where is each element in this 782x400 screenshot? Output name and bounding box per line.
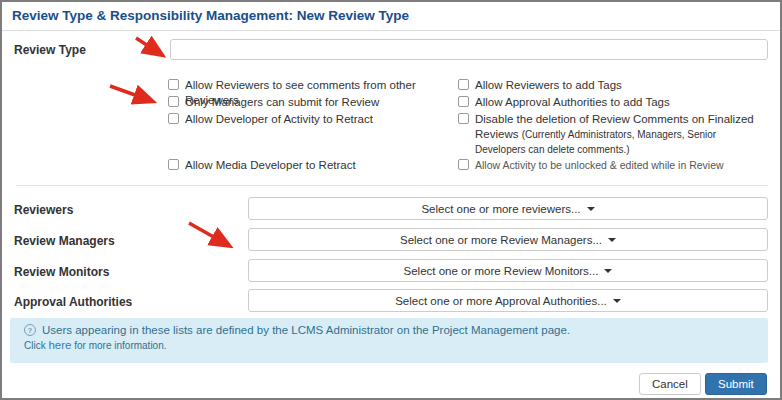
- checkbox-label: Allow Approval Authorities to add Tags: [475, 95, 670, 110]
- new-review-type-dialog: Review Type & Responsibility Management:…: [0, 0, 782, 400]
- checkbox-label: Allow Developer of Activity to Retract: [185, 112, 373, 127]
- page-title: Review Type & Responsibility Management:…: [12, 8, 409, 23]
- arrow-review-managers-select: [189, 223, 226, 244]
- here-link[interactable]: here: [48, 339, 71, 351]
- checkbox-row[interactable]: Allow Activity to be unlocked & edited w…: [458, 158, 766, 173]
- reviewers-select-placeholder: Select one or more reviewers...: [421, 203, 580, 215]
- review-managers-select-placeholder: Select one or more Review Managers...: [400, 234, 602, 246]
- header-divider: [2, 30, 780, 31]
- info-text: Users appearing in these lists are defin…: [42, 324, 570, 336]
- approval-authorities-select[interactable]: Select one or more Approval Authorities.…: [248, 289, 768, 312]
- checkbox[interactable]: [168, 79, 179, 90]
- review-type-input[interactable]: [170, 39, 768, 60]
- chevron-down-icon: [604, 269, 612, 273]
- checkbox-row[interactable]: Only Managers can submit for Review: [168, 95, 458, 110]
- chevron-down-icon: [613, 299, 621, 303]
- approval-authorities-select-placeholder: Select one or more Approval Authorities.…: [395, 295, 607, 307]
- chevron-down-icon: [587, 207, 595, 211]
- checkbox[interactable]: [168, 113, 179, 124]
- checkbox-row[interactable]: Disable the deletion of Review Comments …: [458, 112, 766, 157]
- checkbox[interactable]: [168, 96, 179, 107]
- reviewers-label: Reviewers: [14, 203, 73, 217]
- checkbox[interactable]: [458, 79, 469, 90]
- checkbox-label: Only Managers can submit for Review: [185, 95, 379, 110]
- checkbox-row[interactable]: Allow Approval Authorities to add Tags: [458, 95, 766, 110]
- checkbox[interactable]: [458, 159, 469, 170]
- reviewers-select[interactable]: Select one or more reviewers...: [248, 197, 768, 220]
- chevron-down-icon: [608, 238, 616, 242]
- help-icon: ?: [24, 324, 36, 336]
- checkbox-row[interactable]: Allow Developer of Activity to Retract: [168, 112, 458, 127]
- review-type-label: Review Type: [14, 43, 86, 57]
- checkbox-row[interactable]: Allow Reviewers to add Tags: [458, 78, 766, 93]
- checkbox[interactable]: [458, 96, 469, 107]
- review-monitors-label: Review Monitors: [14, 265, 109, 279]
- info-banner: ? Users appearing in these lists are def…: [10, 318, 768, 363]
- info-click-prefix: Click: [24, 340, 46, 351]
- review-monitors-select-placeholder: Select one or more Review Monitors...: [404, 265, 599, 277]
- cancel-button[interactable]: Cancel: [639, 373, 701, 395]
- arrow-review-type-input: [136, 38, 159, 53]
- checkbox-row[interactable]: Allow Media Developer to Retract: [168, 158, 458, 173]
- review-managers-label: Review Managers: [14, 234, 115, 248]
- review-managers-select[interactable]: Select one or more Review Managers...: [248, 228, 768, 251]
- checkbox-label: Disable the deletion of Review Comments …: [475, 112, 766, 157]
- review-monitors-select[interactable]: Select one or more Review Monitors...: [248, 259, 768, 282]
- arrow-only-managers-checkbox: [110, 86, 149, 100]
- approval-authorities-label: Approval Authorities: [14, 295, 132, 309]
- checkbox[interactable]: [458, 113, 469, 124]
- info-click-suffix: for more information.: [74, 340, 166, 351]
- checkbox-label: Allow Activity to be unlocked & edited w…: [475, 158, 724, 173]
- checkbox[interactable]: [168, 159, 179, 170]
- section-divider: [16, 185, 768, 186]
- checkbox-label: Allow Media Developer to Retract: [185, 158, 356, 173]
- checkbox-label: Allow Reviewers to add Tags: [475, 78, 622, 93]
- submit-button[interactable]: Submit: [705, 373, 767, 395]
